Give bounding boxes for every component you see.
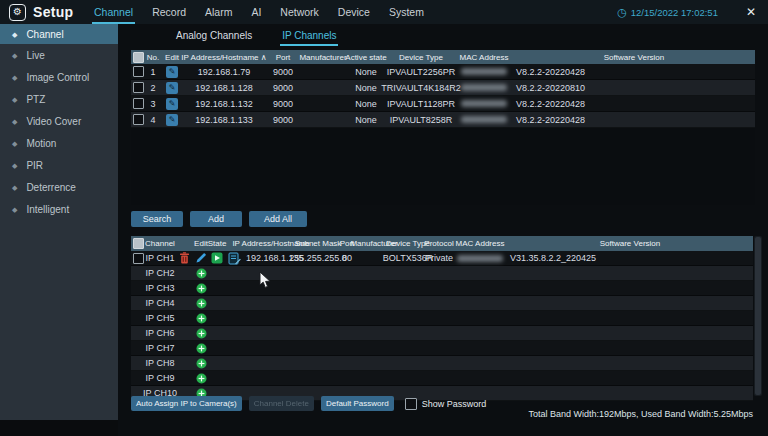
channel-table-scrollbar[interactable] [754, 236, 762, 396]
row-checkbox[interactable] [133, 82, 144, 93]
menu-item-device[interactable]: Device [336, 0, 372, 24]
col-protocol: Protocol [425, 236, 453, 251]
device-row-1[interactable]: 1 ✎ 192.168.1.79 9000 None IPVAULT2256PR… [131, 64, 755, 80]
sidebar-item-channel[interactable]: ◆ Channel [0, 24, 118, 44]
sidebar-item-motion[interactable]: ◆ Motion [0, 132, 118, 154]
search-button[interactable]: Search [131, 211, 183, 227]
col-device-type: Device Type [387, 50, 455, 64]
show-password-checkbox[interactable] [405, 398, 417, 410]
sidebar-item-deterrence[interactable]: ◆ Deterrence [0, 176, 118, 198]
col-ip-sortable[interactable]: IP Address/Hostname ∧ [183, 50, 265, 64]
add-camera-icon[interactable] [196, 313, 207, 324]
menu-item-channel[interactable]: Channel [92, 0, 135, 24]
device-row-3[interactable]: 3 ✎ 192.168.1.132 9000 None IPVAULT1128P… [131, 96, 755, 112]
ip-address: 192.168.1.133 [183, 112, 265, 127]
device-row-2[interactable]: 2 ✎ 192.168.1.128 9000 None TRIVAULT4K18… [131, 80, 755, 96]
show-password-label: Show Password [422, 399, 487, 409]
footer-actions: Auto Assign IP to Camera(s) Channel Dele… [131, 396, 486, 411]
auto-assign-ip-button[interactable]: Auto Assign IP to Camera(s) [131, 396, 242, 411]
channel-row-ch3[interactable]: IP CH3 [131, 281, 753, 296]
sidebar: ◆ Channel ◆ Live ◆ Image Control ◆ PTZ ◆… [0, 24, 118, 420]
col-version: Software Version [507, 236, 753, 251]
edit-icon[interactable]: ✎ [166, 82, 178, 94]
channel-row-ch1[interactable]: IP CH1 192.168.1.135 255.255.255.0 80 BO… [131, 251, 753, 266]
table-header: Channel Edit State IP Address/Hostname S… [131, 236, 753, 251]
sidebar-item-live[interactable]: ◆ Live [0, 44, 118, 66]
select-all-checkbox[interactable] [133, 238, 144, 249]
add-camera-icon[interactable] [196, 343, 207, 354]
col-device-type: Device Type [391, 236, 425, 251]
state-connected-icon[interactable] [211, 252, 223, 264]
gear-icon: ⚙ [9, 4, 26, 21]
channel-tabs: Analog Channels IP Channels [118, 24, 768, 46]
menu-item-network[interactable]: Network [278, 0, 321, 24]
close-button[interactable]: ✕ [742, 5, 760, 19]
mac-address-redacted [461, 68, 507, 75]
add-camera-icon[interactable] [196, 373, 207, 384]
setup-screen: ⚙ Setup Channel Record Alarm AI Network … [0, 0, 768, 436]
col-subnet: Subnet Mask [299, 236, 337, 251]
table-header: No. Edit IP Address/Hostname ∧ Port Manu… [131, 50, 755, 64]
menu-item-alarm[interactable]: Alarm [203, 0, 234, 24]
add-camera-icon[interactable] [196, 328, 207, 339]
col-port: Port [265, 50, 301, 64]
channel-row-ch6[interactable]: IP CH6 [131, 326, 753, 341]
diamond-icon: ◆ [12, 206, 17, 213]
channel-row-ch2[interactable]: IP CH2 [131, 266, 753, 281]
channel-row-ch8[interactable]: IP CH8 [131, 356, 753, 371]
edit-icon[interactable]: ✎ [166, 114, 178, 126]
ip-address: 192.168.1.128 [183, 80, 265, 95]
row-checkbox[interactable] [133, 66, 144, 77]
add-all-button[interactable]: Add All [249, 211, 307, 227]
sidebar-item-pir[interactable]: ◆ PIR [0, 154, 118, 176]
scrollbar-thumb[interactable] [755, 237, 761, 395]
diamond-icon: ◆ [12, 184, 17, 191]
add-camera-icon[interactable] [196, 298, 207, 309]
menu-item-record[interactable]: Record [150, 0, 188, 24]
app-logo: ⚙ Setup [0, 0, 83, 24]
channel-row-ch9[interactable]: IP CH9 [131, 371, 753, 386]
menu-item-system[interactable]: System [387, 0, 426, 24]
tab-analog-channels[interactable]: Analog Channels [174, 24, 254, 46]
mac-address-redacted [461, 84, 507, 91]
col-channel: Channel [145, 236, 175, 251]
diamond-icon: ◆ [12, 118, 17, 125]
mouse-cursor [259, 271, 272, 289]
edit-pencil-icon[interactable] [195, 252, 207, 264]
channel-row-ch5[interactable]: IP CH5 [131, 311, 753, 326]
add-button[interactable]: Add [190, 211, 242, 227]
main-content: Analog Channels IP Channels No. Edit IP … [118, 24, 768, 436]
menu-item-ai[interactable]: AI [249, 0, 263, 24]
diamond-icon: ◆ [12, 31, 17, 38]
row-checkbox[interactable] [133, 253, 144, 264]
sidebar-item-image-control[interactable]: ◆ Image Control [0, 66, 118, 88]
mac-address-redacted [457, 255, 503, 262]
diamond-icon: ◆ [12, 96, 17, 103]
delete-icon[interactable] [179, 252, 190, 264]
device-row-4[interactable]: 4 ✎ 192.168.1.133 9000 None IPVAULT8258R… [131, 112, 755, 128]
ip-address: 192.168.1.79 [183, 64, 265, 79]
discovered-devices-table: No. Edit IP Address/Hostname ∧ Port Manu… [131, 50, 755, 205]
default-password-button[interactable]: Default Password [321, 396, 394, 411]
col-mac: MAC Address [453, 236, 507, 251]
diamond-icon: ◆ [12, 140, 17, 147]
col-mac: MAC Address [455, 50, 513, 64]
tab-ip-channels[interactable]: IP Channels [280, 24, 338, 46]
sidebar-item-intelligent[interactable]: ◆ Intelligent [0, 198, 118, 220]
add-camera-icon[interactable] [196, 283, 207, 294]
sidebar-item-video-cover[interactable]: ◆ Video Cover [0, 110, 118, 132]
row-checkbox[interactable] [133, 98, 144, 109]
sidebar-item-ptz[interactable]: ◆ PTZ [0, 88, 118, 110]
add-camera-icon[interactable] [196, 358, 207, 369]
edit-icon[interactable]: ✎ [166, 98, 178, 110]
parameters-doc-icon[interactable] [228, 252, 241, 265]
add-camera-icon[interactable] [196, 268, 207, 279]
row-checkbox[interactable] [133, 114, 144, 125]
channel-row-ch7[interactable]: IP CH7 [131, 341, 753, 356]
edit-icon[interactable]: ✎ [166, 66, 178, 78]
diamond-icon: ◆ [12, 52, 17, 59]
channel-row-ch4[interactable]: IP CH4 [131, 296, 753, 311]
col-edit: Edit [193, 236, 209, 251]
select-all-checkbox[interactable] [133, 52, 144, 63]
mac-address-redacted [461, 116, 507, 123]
